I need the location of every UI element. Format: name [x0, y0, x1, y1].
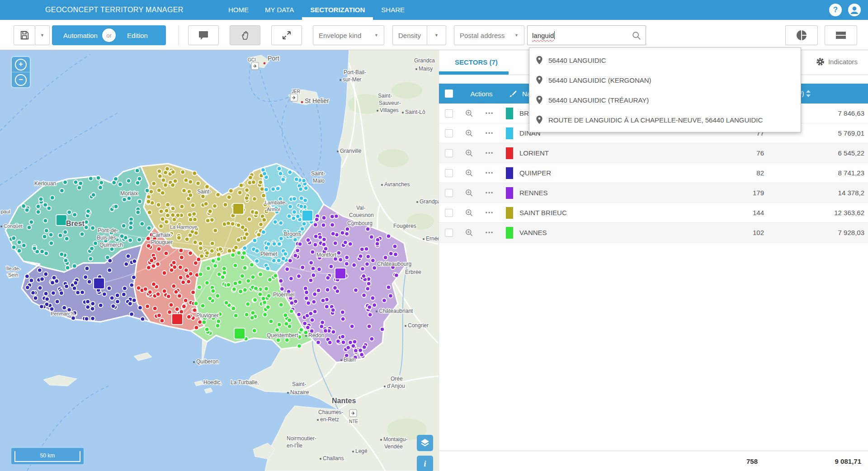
map-label: Lamballe- — [265, 200, 287, 205]
suggestion-item[interactable]: 56440 LANGUIDIC (TRÉAURAY) — [529, 90, 801, 110]
save-button[interactable] — [14, 25, 35, 45]
zoom-to-sector-button[interactable] — [459, 228, 480, 237]
nav-item-sectorization[interactable]: SECTORIZATION — [302, 0, 373, 20]
edition-mode-button[interactable]: Edition — [109, 25, 166, 45]
fullscreen-button[interactable] — [271, 25, 302, 45]
nav-item-my-data[interactable]: MY DATA — [257, 0, 302, 20]
map-label: GCI — [248, 57, 256, 62]
zoom-out-button[interactable]: − — [12, 72, 30, 87]
map-label: Nazaire — [290, 389, 309, 396]
suggestion-item[interactable]: ROUTE DE LANGUIDIC À LA CHAPELLE-NEUVE, … — [529, 110, 801, 130]
sector-count: 76 — [683, 149, 764, 157]
row-more-actions-button[interactable]: ••• — [480, 210, 500, 216]
automation-mode-button[interactable]: Automation — [52, 25, 109, 45]
map-label: Combourg — [347, 220, 373, 226]
chevron-down-icon: ▼ — [514, 33, 519, 38]
map-canvas[interactable]: ✈✈✈GCIPortJERSt HelierPort-Bail-sur-MerS… — [0, 50, 439, 471]
main-nav: HOMEMY DATASECTORIZATIONSHARE — [220, 0, 413, 20]
or-badge: or — [102, 28, 116, 42]
map-label: Legé — [355, 448, 368, 454]
map-label: Quiberon — [196, 358, 218, 365]
select-all-checkbox[interactable] — [445, 89, 453, 98]
town-dot — [193, 361, 195, 363]
nav-item-home[interactable]: HOME — [220, 0, 257, 20]
poi-dot — [301, 101, 303, 104]
sector-marker-brest — [56, 215, 67, 226]
map-label: Hoedic, — [203, 379, 222, 386]
nav-item-share[interactable]: SHARE — [373, 0, 413, 20]
map-label: Orée — [391, 376, 403, 382]
map-label: Saint- — [311, 170, 325, 177]
sector-marker-saint-brieuc — [233, 203, 244, 214]
postal-address-dropdown[interactable]: Postal address ▼ — [454, 25, 524, 45]
row-checkbox[interactable] — [445, 229, 453, 237]
map-label: Grandpar — [420, 198, 439, 205]
user-icon[interactable] — [848, 4, 861, 16]
layers-button[interactable] — [417, 435, 433, 451]
map-label: Blain — [344, 357, 356, 363]
zoom-to-sector-button[interactable] — [459, 188, 480, 198]
indicators-button[interactable]: Indicators — [816, 57, 858, 66]
map-label: Châteaubourg — [377, 261, 411, 267]
search-input[interactable]: languid — [527, 25, 646, 45]
forest-patch — [378, 149, 409, 167]
density-button[interactable]: Density — [392, 25, 427, 45]
chevron-down-icon: ▼ — [374, 33, 378, 38]
pan-tool-button[interactable] — [230, 25, 260, 45]
map-label: Kerlouan — [34, 180, 56, 187]
envelope-kind-dropdown[interactable]: Envelope kind ▼ — [313, 25, 384, 45]
zoom-in-button[interactable]: + — [12, 57, 30, 72]
pan-hand-icon — [240, 30, 250, 41]
row-checkbox[interactable] — [445, 169, 453, 177]
map-label: d'Anjou — [387, 383, 405, 389]
help-icon[interactable]: ? — [829, 4, 842, 16]
zoom-to-sector-button[interactable] — [459, 169, 480, 178]
zoom-to-sector-button[interactable] — [459, 129, 480, 138]
map-label: Montaigu- — [383, 436, 407, 443]
row-more-actions-button[interactable]: ••• — [480, 230, 500, 236]
tab-sectors[interactable]: SECTORS (7) — [455, 58, 498, 66]
text-cursor — [554, 31, 555, 39]
info-button[interactable]: i — [417, 456, 433, 471]
map-label: Questembert — [267, 332, 298, 339]
map-label: Penmarc'h — [51, 311, 74, 316]
sector-count: 144 — [683, 209, 764, 217]
sector-marker-lorient — [172, 314, 183, 325]
row-checkbox[interactable] — [445, 189, 453, 197]
row-checkbox[interactable] — [445, 149, 453, 157]
town-dot — [381, 184, 383, 186]
suggestion-item[interactable]: 56440 LANGUIDIC — [529, 50, 801, 70]
save-options-caret-button[interactable]: ▼ — [35, 25, 50, 45]
map-label: Villages — [380, 107, 399, 113]
zoom-to-sector-button[interactable] — [459, 109, 480, 118]
row-more-actions-button[interactable]: ••• — [480, 170, 500, 176]
row-more-actions-button[interactable]: ••• — [480, 150, 500, 156]
row-checkbox[interactable] — [445, 209, 453, 217]
sector-count: 179 — [683, 189, 764, 197]
row-more-actions-button[interactable]: ••• — [480, 110, 500, 117]
row-checkbox[interactable] — [445, 109, 453, 118]
map-label: Saint-Lô — [405, 109, 425, 115]
paintbrush-icon[interactable] — [509, 89, 518, 98]
pie-chart-icon — [796, 29, 807, 41]
comment-button[interactable] — [188, 25, 219, 45]
town-dot — [317, 419, 319, 421]
row-more-actions-button[interactable]: ••• — [480, 190, 500, 196]
row-more-actions-button[interactable]: ••• — [480, 130, 500, 137]
table-view-button[interactable] — [825, 25, 857, 45]
row-checkbox[interactable] — [445, 129, 453, 137]
zoom-to-sector-button[interactable] — [459, 208, 480, 217]
map-label: Buis-lès- — [97, 235, 118, 241]
zoom-to-sector-button[interactable] — [459, 149, 480, 158]
value-column-header[interactable]: ²) — [800, 84, 811, 104]
map-label: paul — [1, 209, 10, 214]
density-caret-button[interactable]: ▼ — [427, 25, 446, 45]
sector-color-swatch — [506, 207, 513, 219]
map-label: Conquet — [4, 223, 23, 229]
town-dot — [380, 439, 382, 441]
map-label: Broons — [284, 231, 301, 237]
chart-view-button[interactable] — [785, 25, 818, 45]
map-label: Erbrée — [405, 269, 421, 275]
suggestion-item[interactable]: 56440 LANGUIDIC (KERGONAN) — [529, 70, 801, 90]
map-label: en-l'Île — [287, 442, 302, 449]
